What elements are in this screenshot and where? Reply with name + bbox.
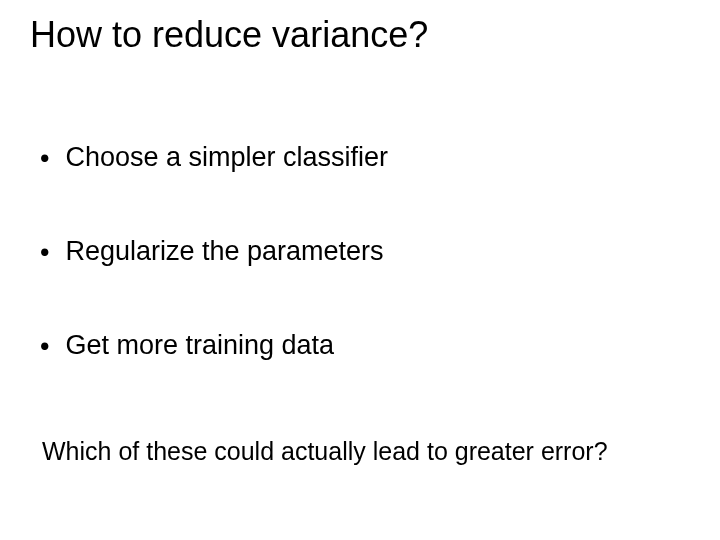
- bullet-marker-icon: •: [40, 236, 49, 268]
- bullet-text: Choose a simpler classifier: [65, 142, 388, 173]
- bullet-item: • Get more training data: [40, 330, 334, 362]
- bullet-item: • Regularize the parameters: [40, 236, 384, 268]
- bullet-text: Regularize the parameters: [65, 236, 383, 267]
- slide-title: How to reduce variance?: [30, 14, 428, 56]
- footer-question: Which of these could actually lead to gr…: [42, 437, 608, 466]
- bullet-marker-icon: •: [40, 330, 49, 362]
- bullet-text: Get more training data: [65, 330, 334, 361]
- bullet-marker-icon: •: [40, 142, 49, 174]
- bullet-item: • Choose a simpler classifier: [40, 142, 388, 174]
